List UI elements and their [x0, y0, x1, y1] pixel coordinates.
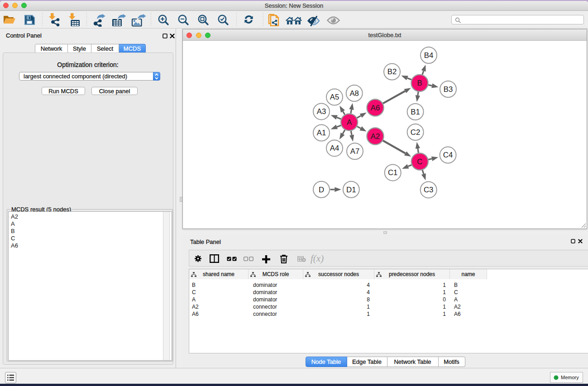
svg-text:A6: A6	[371, 104, 380, 112]
svg-text:A7: A7	[350, 147, 360, 156]
svg-text:C: C	[417, 157, 422, 166]
svg-text:A: A	[347, 118, 352, 127]
svg-text:D1: D1	[346, 186, 356, 194]
svg-text:D: D	[319, 186, 324, 194]
svg-text:B2: B2	[387, 67, 397, 76]
svg-text:A3: A3	[317, 107, 326, 116]
svg-text:C3: C3	[424, 186, 433, 194]
svg-text:B: B	[417, 79, 422, 87]
svg-text:A8: A8	[349, 89, 359, 98]
svg-text:B3: B3	[444, 85, 453, 94]
svg-text:A4: A4	[330, 144, 339, 152]
svg-text:C4: C4	[443, 151, 453, 159]
svg-text:A1: A1	[317, 129, 326, 137]
svg-text:B4: B4	[424, 51, 434, 60]
svg-text:A2: A2	[371, 132, 380, 141]
svg-text:A5: A5	[330, 93, 339, 101]
svg-text:B1: B1	[411, 108, 420, 116]
svg-text:C1: C1	[388, 168, 397, 177]
svg-text:C2: C2	[411, 128, 420, 137]
